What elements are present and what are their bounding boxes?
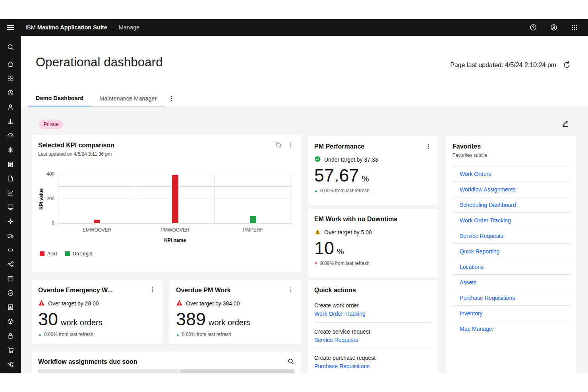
chart-plot-area: [58, 174, 292, 224]
favorite-link[interactable]: Assets: [453, 274, 570, 290]
brand-name: Maximo Application Suite: [37, 24, 107, 31]
card-title[interactable]: Workflow assignments due soon: [38, 358, 137, 366]
category-label: PMPERF: [214, 227, 292, 233]
metric-value: 57.67: [314, 166, 359, 185]
home-icon[interactable]: [4, 57, 18, 71]
legend-item[interactable]: Alert: [40, 251, 57, 257]
analytics-icon[interactable]: [4, 185, 18, 200]
favorite-link[interactable]: Locations: [453, 259, 570, 274]
app-switcher-icon[interactable]: [564, 19, 585, 36]
quick-action-link[interactable]: Service Requests: [314, 337, 358, 343]
favorite-link[interactable]: Workflow Assignments: [453, 182, 570, 197]
status-text: Over target by 28.00: [48, 300, 99, 307]
favorite-link[interactable]: Quick Reporting: [453, 243, 570, 259]
favorite-link[interactable]: Scheduling Dashboard: [453, 197, 570, 212]
tab-maintenance-manager[interactable]: Maintenance Manager: [91, 91, 164, 106]
status-text: Over target by 384.00: [186, 300, 240, 307]
favorite-link[interactable]: Map Manager: [453, 321, 570, 336]
duplicate-icon[interactable]: [275, 141, 282, 149]
brand: IBM Maximo Application Suite: [25, 24, 107, 31]
metric-unit: %: [337, 247, 344, 256]
overflow-menu-icon[interactable]: [425, 143, 432, 150]
search-icon[interactable]: [4, 40, 18, 54]
overflow-menu-icon[interactable]: [287, 141, 294, 149]
metric-value: 30: [38, 310, 58, 329]
tab-list: Demo DashboardMaintenance Manager: [28, 91, 164, 106]
optimization-icon[interactable]: [4, 214, 18, 228]
inventory-icon[interactable]: [4, 314, 18, 328]
reports-icon[interactable]: [4, 300, 18, 314]
legend-label: On target: [73, 251, 93, 257]
bar-PMPERF: [250, 216, 256, 223]
card-overdue-emergency: Overdue Emergency W... Over target by 28…: [32, 280, 162, 344]
privacy-tag[interactable]: Private: [39, 120, 63, 129]
legend-item[interactable]: On target: [65, 251, 93, 257]
card-pm-performance: PM Performance Under target by 37.33 57.…: [308, 136, 438, 205]
assignments-icon[interactable]: [4, 100, 18, 114]
meter-icon[interactable]: [4, 128, 18, 143]
sidebar: [0, 36, 21, 373]
monitor-icon[interactable]: [4, 200, 18, 214]
status-text: Over target by 5.00: [324, 229, 372, 236]
app-shell: Operational dashboard Page last updated:…: [0, 36, 588, 373]
schedule-icon[interactable]: [4, 271, 18, 286]
kpi-icon[interactable]: [4, 114, 18, 128]
purchasing-icon[interactable]: [4, 343, 18, 357]
x-axis-labels: EMWOOVERPMWOOVERPMPERF: [58, 227, 292, 233]
app-header: IBM Maximo Application Suite Manage: [0, 19, 588, 36]
work-orders-icon[interactable]: [4, 157, 18, 171]
trend-arrow-icon: ▲: [314, 189, 318, 193]
error-filled-icon: [38, 299, 45, 307]
table-header-cell[interactable]: [38, 369, 179, 373]
account-icon[interactable]: [544, 19, 564, 36]
workflow-icon[interactable]: [4, 357, 18, 371]
table-header: [38, 369, 294, 373]
favorite-link[interactable]: Work Order Tracking: [453, 212, 570, 228]
metric-value: 389: [176, 310, 206, 329]
dashboard-icon[interactable]: [4, 71, 18, 85]
transportation-icon[interactable]: [4, 228, 18, 243]
overflow-menu-icon[interactable]: [149, 286, 156, 294]
integration-icon[interactable]: [4, 243, 18, 257]
favorite-link[interactable]: Purchase Requisitions: [453, 290, 570, 305]
quick-action-link[interactable]: Purchase Requisitions: [314, 363, 369, 369]
quick-action-link[interactable]: Work Order Tracking: [314, 311, 366, 317]
edit-pencil-icon[interactable]: [560, 118, 571, 129]
tab-demo-dashboard[interactable]: Demo Dashboard: [28, 91, 91, 106]
security-icon[interactable]: [4, 286, 18, 300]
network-icon[interactable]: [4, 257, 18, 271]
quick-action-label: Create purchase request: [314, 355, 432, 361]
card-subtitle: Favorites subtile: [453, 153, 487, 158]
quick-action-label: Create service request: [314, 328, 432, 335]
favorite-link[interactable]: Work Orders: [453, 166, 570, 182]
table-header-cell[interactable]: [180, 369, 294, 373]
quick-actions-list: Create work orderWork Order TrackingCrea…: [314, 297, 432, 373]
checkmark-filled-icon: [314, 156, 321, 164]
search-icon[interactable]: [287, 358, 294, 365]
brand-prefix: IBM: [25, 24, 36, 31]
quick-action-row: Create purchase requestPurchase Requisit…: [314, 349, 432, 373]
tabs-overflow-menu-icon[interactable]: [164, 91, 178, 106]
legend-swatch: [40, 251, 44, 256]
menu-icon[interactable]: [0, 19, 21, 36]
card-title: PM Performance: [314, 143, 364, 151]
refresh-icon[interactable]: [563, 61, 571, 69]
favorite-link[interactable]: Inventory: [453, 305, 570, 321]
service-requests-icon[interactable]: [4, 171, 18, 185]
admin-lock-icon[interactable]: [4, 328, 18, 343]
y-tick-label: 0: [52, 220, 54, 226]
overflow-menu-icon[interactable]: [287, 286, 294, 294]
page-title: Operational dashboard: [36, 54, 163, 71]
quick-action-row: Create work orderWork Order Tracking: [314, 297, 432, 323]
assets-icon[interactable]: [4, 143, 18, 157]
help-icon[interactable]: [523, 19, 544, 36]
y-tick-label: 200: [46, 196, 54, 201]
favorite-link[interactable]: Service Requests: [453, 228, 570, 243]
delta-text: 0.00% from last refresh: [44, 332, 93, 337]
dashboard-canvas: Private Selected KPI comparison Last upd…: [21, 106, 588, 373]
recent-icon[interactable]: [4, 85, 18, 100]
warning-filled-icon: [314, 228, 321, 236]
kpi-bar-chart: KPI value 0200400 EMWOOVERPMWOOVERPMPERF…: [38, 174, 294, 257]
last-updated-value: 4/5/24 2:10:24 pm: [505, 62, 556, 68]
error-filled-icon: [176, 299, 183, 307]
